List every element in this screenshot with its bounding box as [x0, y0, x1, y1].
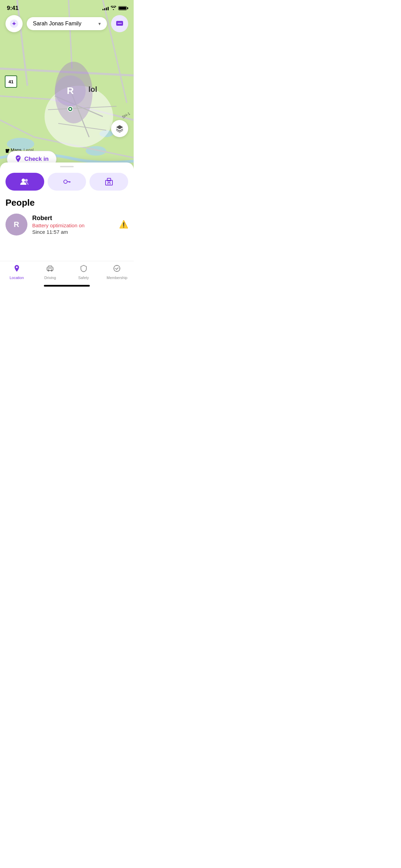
flower-icon [9, 19, 19, 28]
map-layer-button[interactable] [111, 120, 128, 137]
wifi-icon [111, 6, 116, 11]
nav-safety-label: Safety [78, 276, 89, 280]
membership-nav-icon [113, 265, 121, 274]
route-number: 41 [9, 80, 13, 84]
route-41-sign: 41 [5, 75, 17, 88]
people-tab-icon [20, 178, 29, 185]
content-tabs [0, 173, 134, 191]
places-tab-icon [105, 178, 113, 186]
family-name: Sarah Jonas Family [33, 21, 81, 27]
location-nav-icon [13, 265, 21, 274]
nav-membership[interactable]: Membership [105, 265, 129, 280]
map-area[interactable]: 41 SH-1 R lol Sarah Jonas Family [0, 0, 134, 178]
sheet-handle [60, 166, 74, 167]
person-name: Robert [32, 215, 114, 222]
layers-icon [116, 124, 124, 133]
nav-safety[interactable]: Safety [72, 265, 96, 280]
messages-button[interactable] [111, 15, 128, 32]
signal-icon [102, 6, 109, 10]
people-section-heading: People [0, 197, 134, 208]
driving-nav-icon [46, 265, 54, 274]
home-indicator [44, 285, 90, 287]
tab-places[interactable] [89, 173, 128, 191]
svg-point-41 [114, 265, 120, 272]
svg-point-19 [69, 108, 71, 110]
svg-point-25 [121, 23, 122, 24]
nav-driving[interactable]: Driving [38, 265, 62, 280]
safety-nav-icon [80, 265, 87, 274]
nav-location[interactable]: Location [5, 265, 29, 280]
status-time: 9:41 [7, 5, 19, 12]
svg-point-21 [13, 23, 15, 25]
profile-avatar-button[interactable] [5, 15, 23, 32]
tab-people[interactable] [5, 173, 44, 191]
nav-driving-label: Driving [44, 276, 56, 280]
warning-triangle-icon: ⚠️ [119, 220, 128, 229]
person-battery-warning: Battery optimization on [32, 222, 114, 228]
status-bar: 9:41 [0, 0, 134, 14]
checkin-pin-icon [15, 155, 22, 163]
keys-tab-icon [63, 178, 71, 186]
tab-keys[interactable] [48, 173, 86, 191]
marker-initial: R [67, 85, 74, 96]
person-row[interactable]: R Robert Battery optimization on Since 1… [0, 214, 134, 236]
svg-point-37 [16, 266, 17, 268]
person-info: Robert Battery optimization on Since 11:… [32, 215, 114, 235]
person-avatar: R [5, 214, 27, 236]
svg-point-27 [25, 179, 28, 182]
svg-point-28 [64, 180, 67, 183]
message-icon [116, 20, 124, 28]
chevron-down-icon: ▾ [98, 21, 101, 26]
svg-point-23 [118, 23, 119, 24]
nav-membership-label: Membership [107, 276, 127, 280]
person-initial: R [14, 220, 19, 229]
checkin-label: Check in [24, 156, 49, 162]
top-bar: Sarah Jonas Family ▾ [0, 15, 134, 32]
svg-point-26 [22, 179, 25, 182]
map-city-label: lol [88, 85, 97, 94]
marker-pin-icon [66, 106, 74, 114]
family-selector[interactable]: Sarah Jonas Family ▾ [27, 17, 107, 30]
battery-icon [118, 6, 127, 10]
svg-point-24 [119, 23, 120, 24]
person-last-seen: Since 11:57 am [32, 229, 114, 235]
status-icons [102, 6, 127, 11]
nav-location-label: Location [10, 276, 24, 280]
map-marker-r: R [55, 75, 86, 106]
marker-circle: R [55, 75, 86, 106]
apple-logo-icon [5, 148, 10, 153]
